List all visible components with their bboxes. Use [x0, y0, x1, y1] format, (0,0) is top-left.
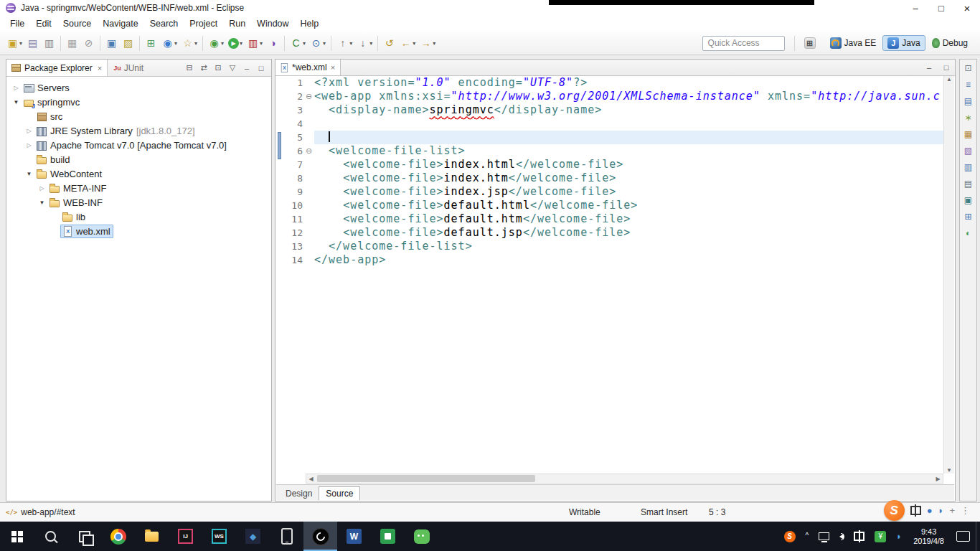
dropdown-arrow-icon[interactable]: ▾: [323, 40, 326, 47]
menu-project[interactable]: Project: [184, 17, 223, 30]
dropdown-arrow-icon[interactable]: ▾: [413, 40, 415, 47]
dropdown-arrow-icon[interactable]: ▾: [260, 40, 263, 47]
taskbar-wechat[interactable]: [405, 522, 438, 551]
quick-access-box[interactable]: Quick Access: [702, 36, 785, 51]
tree-item-jre-system-library[interactable]: ▷JRE System Library[jdk1.8.0_172]: [6, 123, 271, 138]
editor-vertical-scrollbar[interactable]: ▲ ▼: [943, 76, 954, 474]
dropdown-arrow-icon[interactable]: ▾: [174, 40, 177, 47]
menu-window[interactable]: Window: [251, 17, 294, 30]
taskbar-webstorm[interactable]: WS: [202, 522, 236, 551]
task-list-view-icon[interactable]: ▤: [962, 95, 975, 107]
view-menu-icon[interactable]: ▽: [225, 63, 240, 72]
tab-source[interactable]: Source: [319, 486, 360, 500]
skip-all-breakpoints-button[interactable]: ⊘: [81, 34, 96, 52]
scrollbar-thumb[interactable]: [317, 475, 535, 482]
taskbar-phone-app[interactable]: [270, 522, 303, 551]
scroll-up-icon[interactable]: ▲: [946, 76, 952, 83]
perspective-java[interactable]: JJava: [882, 35, 925, 51]
code-line-11[interactable]: 11 <welcome-file>default.htm</welcome-fi…: [276, 212, 943, 226]
expand-arrow-icon[interactable]: ▷: [11, 85, 22, 91]
tree-item-springmvc[interactable]: ▼springmvc: [6, 95, 271, 109]
print-button[interactable]: ▥: [42, 34, 57, 52]
dropdown-arrow-icon[interactable]: ▾: [240, 40, 242, 47]
code-line-2[interactable]: 2⊖<web-app xmlns:xsi="http://www.w3.org/…: [276, 90, 943, 103]
code-line-1[interactable]: 1<?xml version="1.0" encoding="UTF-8"?>: [276, 76, 943, 90]
code-line-6[interactable]: 6⊖ <welcome-file-list>: [276, 144, 943, 158]
tree-item-build[interactable]: build: [6, 152, 271, 166]
tree-item-meta-inf[interactable]: ▷META-INF: [6, 181, 271, 195]
code-line-13[interactable]: 13 </welcome-file-list>: [276, 240, 943, 253]
code-line-3[interactable]: 3 <display-name>springmvc</display-name>: [276, 103, 943, 117]
minimize-view-icon[interactable]: –: [240, 64, 254, 72]
taskbar-word[interactable]: W: [337, 522, 371, 551]
ime-bird-icon[interactable]: ◗: [938, 505, 944, 516]
previous-annotation-button[interactable]: ↑▾: [335, 34, 354, 52]
sogou-logo-icon[interactable]: S: [884, 500, 905, 521]
tab-package-explorer[interactable]: Package Explorer ×: [6, 60, 108, 76]
taskbar-recorder-app[interactable]: [303, 522, 337, 551]
tray-ime-indicator[interactable]: [849, 522, 870, 551]
servers-view-icon[interactable]: ▣: [962, 194, 975, 206]
fold-marker-icon[interactable]: ⊖: [303, 144, 314, 158]
tray-cloud-app[interactable]: ◗: [891, 522, 907, 551]
collapse-arrow-icon[interactable]: ▼: [24, 171, 34, 177]
close-tab-icon[interactable]: ×: [331, 63, 335, 72]
tree-item-web-inf[interactable]: ▼WEB-INF: [6, 195, 271, 209]
code-line-4[interactable]: 4: [276, 117, 943, 131]
tree-item-lib[interactable]: lib: [6, 209, 271, 224]
ime-punctuation-icon[interactable]: ●: [927, 505, 933, 516]
dropdown-arrow-icon[interactable]: ▾: [433, 40, 435, 47]
fold-marker-icon[interactable]: ⊖: [303, 90, 314, 103]
show-desktop-button[interactable]: [976, 522, 980, 551]
scroll-down-icon[interactable]: ▼: [946, 467, 952, 474]
tree-item-apache-tomcat-v7-0-apache-tomcat-v7-0[interactable]: ▷Apache Tomcat v7.0 [Apache Tomcat v7.0]: [6, 138, 271, 152]
minimize-button[interactable]: –: [903, 0, 928, 16]
tray-hidden-icons[interactable]: ^: [801, 522, 814, 551]
taskbar-start[interactable]: [0, 522, 34, 551]
menu-navigate[interactable]: Navigate: [97, 17, 143, 30]
forward-button[interactable]: →▾: [418, 34, 437, 52]
menu-run[interactable]: Run: [223, 17, 251, 30]
link-with-editor-icon[interactable]: ⇄: [197, 63, 211, 72]
taskbar-file-explorer[interactable]: [135, 522, 169, 551]
next-annotation-button[interactable]: ↓▾: [355, 34, 374, 52]
menu-edit[interactable]: Edit: [30, 17, 57, 30]
search-button[interactable]: ⊙▾: [308, 34, 327, 52]
menu-search[interactable]: Search: [144, 17, 184, 30]
code-line-9[interactable]: 9 <welcome-file>index.jsp</welcome-file>: [276, 185, 943, 199]
collapse-arrow-icon[interactable]: ▼: [11, 99, 22, 105]
maximize-view-icon[interactable]: □: [254, 64, 268, 72]
scroll-left-icon[interactable]: ◀: [306, 474, 316, 483]
menu-help[interactable]: Help: [295, 17, 325, 30]
tree-item-web-xml[interactable]: web.xml: [6, 224, 271, 238]
console-view-icon[interactable]: ⊞: [962, 210, 975, 222]
menu-file[interactable]: File: [4, 17, 30, 30]
taskbar-visual-studio[interactable]: ◆: [236, 522, 270, 551]
taskbar-task-view[interactable]: [67, 522, 101, 551]
profile-button[interactable]: ◑: [265, 34, 281, 52]
tab-web-xml[interactable]: *web.xml ×: [275, 60, 341, 75]
outline-view-icon[interactable]: ≡: [962, 78, 975, 90]
new-class-button[interactable]: C▾: [288, 34, 307, 52]
maximize-view-icon[interactable]: □: [938, 63, 955, 72]
expand-arrow-icon[interactable]: ▷: [24, 128, 34, 134]
open-console-button[interactable]: ▣: [104, 34, 119, 52]
focus-view-icon[interactable]: ⊡: [211, 63, 225, 72]
perspective-java-ee[interactable]: Java EE: [825, 35, 882, 51]
expand-arrow-icon[interactable]: ▷: [37, 185, 47, 192]
taskbar-notes-app[interactable]: [371, 522, 405, 551]
dropdown-arrow-icon[interactable]: ▾: [303, 40, 306, 47]
tree-item-servers[interactable]: ▷Servers: [6, 80, 271, 95]
tree-item-src[interactable]: src: [6, 109, 271, 123]
editor-horizontal-scrollbar[interactable]: ◀ ▶: [306, 474, 943, 484]
dropdown-arrow-icon[interactable]: ▾: [19, 40, 22, 47]
snippets-view-icon[interactable]: ▧: [962, 144, 975, 156]
build-all-button[interactable]: ▦: [65, 34, 80, 52]
perspective-open-perspective[interactable]: ⊞: [799, 35, 824, 51]
menu-source[interactable]: Source: [57, 17, 98, 30]
taskbar-clock[interactable]: 9:43 2019/4/8: [907, 527, 951, 546]
new-table-button[interactable]: ⊞: [143, 34, 159, 52]
perspective-debug[interactable]: Debug: [927, 36, 973, 50]
dropdown-arrow-icon[interactable]: ▾: [349, 40, 352, 47]
dropdown-arrow-icon[interactable]: ▾: [369, 40, 372, 47]
